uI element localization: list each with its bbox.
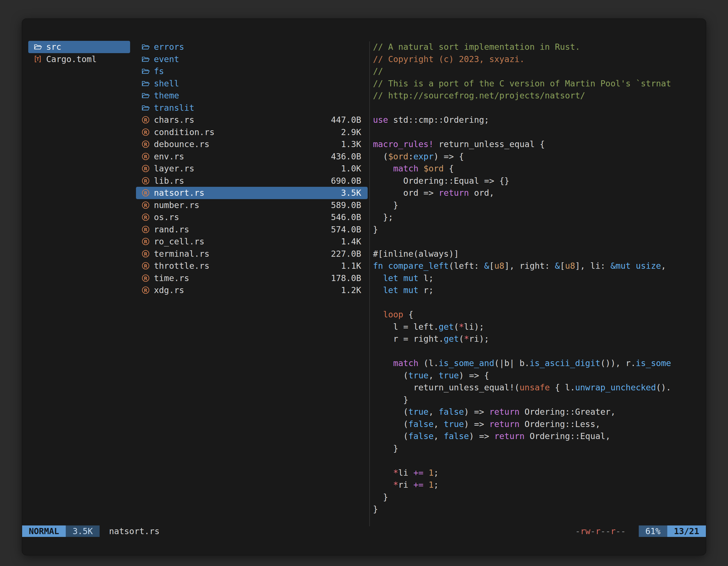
folder-icon xyxy=(142,92,154,99)
file-row[interactable]: Rlayer.rs1.0K xyxy=(136,163,368,175)
file-size: 2.9K xyxy=(341,127,361,137)
svg-text:R: R xyxy=(144,118,147,123)
file-size: 1.3K xyxy=(341,139,361,149)
entry-name: chars.rs xyxy=(154,115,194,125)
svg-text:R: R xyxy=(144,142,147,147)
code-line: fn compare_left(left: &[u8], right: &[u8… xyxy=(373,260,700,272)
code-line xyxy=(373,345,700,357)
code-line: r = right.get(*ri); xyxy=(373,333,700,345)
code-line: let mut r; xyxy=(373,284,700,296)
code-line: (false, true) => return Ordering::Less, xyxy=(373,418,700,430)
rust-icon: R xyxy=(142,128,154,136)
entry-name: os.rs xyxy=(154,212,179,222)
file-row[interactable]: Ros.rs546.0B xyxy=(136,211,368,224)
code-line: ($ord:expr) => { xyxy=(373,151,700,163)
entry-name: src xyxy=(46,42,61,52)
file-row[interactable]: Rnatsort.rs3.5K xyxy=(136,187,368,199)
file-size: 690.0B xyxy=(331,176,361,186)
entry-name: natsort.rs xyxy=(154,188,205,198)
folder-icon xyxy=(142,56,154,63)
file-row[interactable]: Rrand.rs574.0B xyxy=(136,224,368,236)
folder-icon xyxy=(34,43,46,50)
svg-text:R: R xyxy=(144,178,147,184)
file-row[interactable]: Rlib.rs690.0B xyxy=(136,175,368,187)
svg-text:R: R xyxy=(144,215,147,220)
file-size: 1.0K xyxy=(341,164,361,173)
dir-row[interactable]: translit xyxy=(136,102,368,114)
code-line: } xyxy=(373,442,700,455)
current-dir-pane: errorseventfsshellthemetranslitRchars.rs… xyxy=(136,41,368,296)
rust-icon: R xyxy=(142,262,154,270)
mode-badge: NORMAL xyxy=(22,525,66,537)
file-row[interactable]: Rxdg.rs1.2K xyxy=(136,284,368,296)
code-line xyxy=(373,454,700,467)
entry-name: Cargo.toml xyxy=(46,54,97,64)
code-line: } xyxy=(373,394,700,406)
file-size: 227.0B xyxy=(331,249,361,259)
file-row[interactable]: Rnumber.rs589.0B xyxy=(136,199,368,212)
file-size-badge: 3.5K xyxy=(66,525,99,537)
dir-row[interactable]: fs xyxy=(136,65,368,78)
svg-text:R: R xyxy=(144,154,147,159)
file-row[interactable]: Renv.rs436.0B xyxy=(136,151,368,163)
file-size: 1.2K xyxy=(341,285,361,295)
svg-text:R: R xyxy=(144,264,147,269)
code-line: l = left.get(*li); xyxy=(373,321,700,333)
code-line: // http://sourcefrog.net/projects/natsor… xyxy=(373,90,700,102)
svg-text:R: R xyxy=(144,239,147,245)
svg-text:R: R xyxy=(144,130,147,135)
code-line: use std::cmp::Ordering; xyxy=(373,114,700,126)
code-line: // Copyright (c) 2023, sxyazi. xyxy=(373,53,700,65)
rust-icon: R xyxy=(142,140,154,148)
status-bar: NORMAL 3.5K natsort.rs -rw-r--r-- 61% 13… xyxy=(22,525,706,537)
entry-name: shell xyxy=(154,79,179,88)
entry-name: xdg.rs xyxy=(154,285,184,295)
file-row[interactable]: Rchars.rs447.0B xyxy=(136,114,368,126)
svg-text:R: R xyxy=(144,227,147,232)
file-size: 3.5K xyxy=(341,188,361,198)
file-size: 1.1K xyxy=(341,261,361,271)
dir-row[interactable]: event xyxy=(136,53,368,65)
rust-icon: R xyxy=(142,213,154,221)
code-line: match $ord { xyxy=(373,163,700,175)
code-line: } xyxy=(373,199,700,212)
file-size: 589.0B xyxy=(331,200,361,210)
code-line: *ri += 1; xyxy=(373,479,700,491)
code-line xyxy=(373,102,700,114)
parent-pane: srcCargo.toml xyxy=(28,41,130,65)
file-row[interactable]: Rtime.rs178.0B xyxy=(136,272,368,284)
parent-file-row[interactable]: Cargo.toml xyxy=(28,53,130,65)
code-line: } xyxy=(373,224,700,236)
file-row[interactable]: Rdebounce.rs1.3K xyxy=(136,138,368,151)
file-row[interactable]: Rro_cell.rs1.4K xyxy=(136,236,368,248)
dir-row[interactable]: shell xyxy=(136,78,368,90)
folder-icon xyxy=(142,104,154,111)
terminal-window: srcCargo.toml errorseventfsshellthemetra… xyxy=(22,18,706,555)
file-row[interactable]: Rcondition.rs2.9K xyxy=(136,126,368,139)
entry-name: condition.rs xyxy=(154,127,215,137)
rust-icon: R xyxy=(142,238,154,246)
rust-icon: R xyxy=(142,250,154,258)
scroll-percent-badge: 61% xyxy=(639,525,667,537)
rust-icon: R xyxy=(142,165,154,173)
parent-dir-row[interactable]: src xyxy=(28,41,130,53)
entry-name: translit xyxy=(154,103,194,113)
code-line: macro_rules! return_unless_equal { xyxy=(373,138,700,151)
svg-text:R: R xyxy=(144,166,147,172)
entry-name: event xyxy=(154,54,179,64)
dir-row[interactable]: errors xyxy=(136,41,368,53)
cursor-position-badge: 13/21 xyxy=(667,525,706,537)
status-spacer xyxy=(159,525,575,537)
rust-icon: R xyxy=(142,201,154,209)
code-line: // A natural sort implementation in Rust… xyxy=(373,41,700,53)
dir-row[interactable]: theme xyxy=(136,90,368,102)
file-row[interactable]: Rthrottle.rs1.1K xyxy=(136,260,368,272)
folder-icon xyxy=(142,80,154,87)
toml-icon xyxy=(34,55,46,63)
code-line: (true, false) => return Ordering::Greate… xyxy=(373,406,700,418)
entry-name: fs xyxy=(154,66,164,76)
code-line: // This is a port of the C version of Ma… xyxy=(373,78,700,90)
code-line: #[inline(always)] xyxy=(373,248,700,260)
code-line: ord => return ord, xyxy=(373,187,700,199)
file-row[interactable]: Rterminal.rs227.0B xyxy=(136,248,368,260)
